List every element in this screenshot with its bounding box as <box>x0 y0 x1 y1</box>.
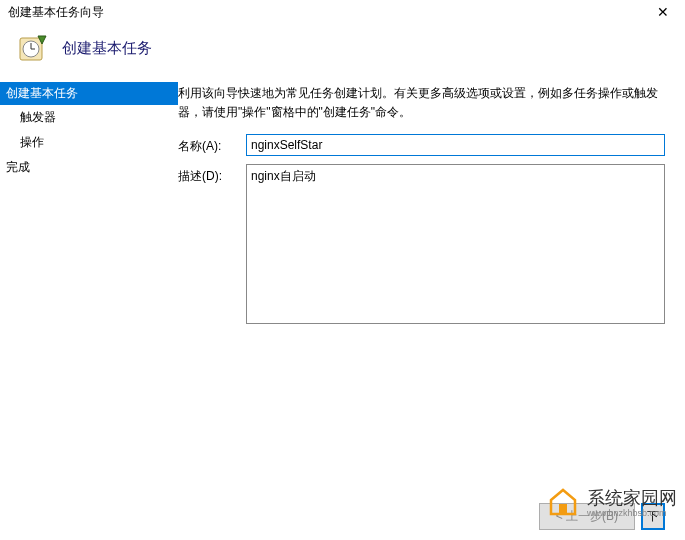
description-textarea[interactable] <box>246 164 665 324</box>
sidebar-item-finish[interactable]: 完成 <box>0 155 178 180</box>
wizard-steps-sidebar: 创建基本任务 触发器 操作 完成 <box>0 82 178 502</box>
close-icon[interactable]: ✕ <box>649 4 677 20</box>
window-title: 创建基本任务向导 <box>8 4 104 21</box>
sidebar-item-trigger[interactable]: 触发器 <box>0 105 178 130</box>
wizard-description: 利用该向导快速地为常见任务创建计划。有关更多高级选项或设置，例如多任务操作或触发… <box>178 84 665 122</box>
wizard-icon <box>18 32 50 64</box>
description-label: 描述(D): <box>178 164 246 185</box>
next-button[interactable]: 下 <box>641 503 665 530</box>
name-input[interactable] <box>246 134 665 156</box>
sidebar-item-action[interactable]: 操作 <box>0 130 178 155</box>
page-title: 创建基本任务 <box>62 39 152 58</box>
back-button: < 上一步(B) <box>539 503 635 530</box>
name-label: 名称(A): <box>178 134 246 155</box>
sidebar-item-create-basic-task[interactable]: 创建基本任务 <box>0 82 178 105</box>
